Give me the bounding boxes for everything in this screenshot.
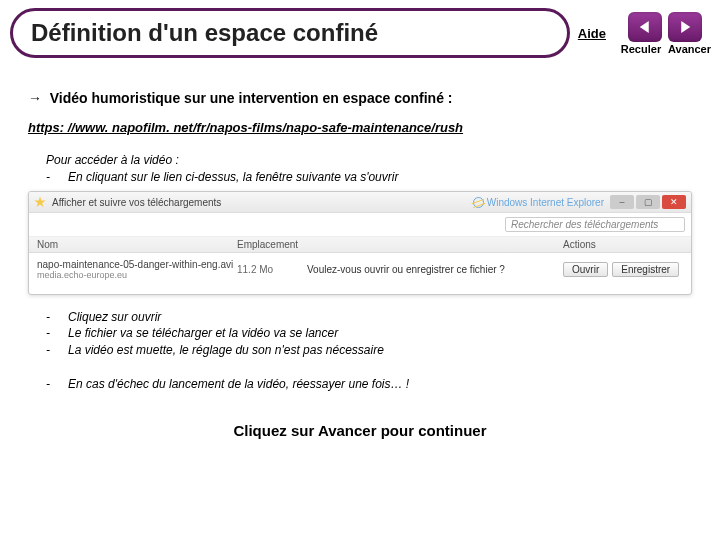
star-icon bbox=[34, 196, 46, 208]
subtitle: → Vidéo humoristique sur une interventio… bbox=[28, 90, 692, 106]
list-item: -En cliquant sur le lien ci-dessus, la f… bbox=[46, 169, 692, 185]
browser-label: Windows Internet Explorer bbox=[473, 197, 604, 208]
back-label: Reculer bbox=[620, 43, 662, 55]
list-item: -Le fichier va se télécharger et la vidé… bbox=[46, 325, 692, 341]
video-link[interactable]: https: //www. napofilm. net/fr/napos-fil… bbox=[28, 120, 692, 135]
dialog-title: Afficher et suivre vos téléchargements bbox=[52, 197, 467, 208]
maximize-button[interactable]: ▢ bbox=[636, 195, 660, 209]
list-item: -Cliquez sur ouvrir bbox=[46, 309, 692, 325]
nav-controls: Reculer Avancer bbox=[620, 12, 710, 55]
download-row: napo-maintenance-05-danger-within-eng.av… bbox=[29, 253, 691, 294]
download-question: Voulez-vous ouvrir ou enregistrer ce fic… bbox=[307, 264, 563, 275]
triangle-left-icon bbox=[636, 18, 654, 36]
ie-icon bbox=[473, 197, 484, 208]
forward-button[interactable] bbox=[668, 12, 702, 42]
col-location: Emplacement bbox=[237, 239, 307, 250]
forward-label: Avancer bbox=[668, 43, 710, 55]
file-size: 11.2 Mo bbox=[237, 264, 307, 275]
page-title: Définition d'un espace confiné bbox=[10, 8, 570, 58]
back-button[interactable] bbox=[628, 12, 662, 42]
filename: napo-maintenance-05-danger-within-eng.av… bbox=[37, 259, 237, 270]
col-name: Nom bbox=[37, 239, 237, 250]
search-input[interactable]: Rechercher des téléchargements bbox=[505, 217, 685, 232]
list-item: -La vidéo est muette, le réglage du son … bbox=[46, 342, 692, 358]
save-button[interactable]: Enregistrer bbox=[612, 262, 679, 277]
triangle-right-icon bbox=[676, 18, 694, 36]
intro-text: Pour accéder à la vidéo : bbox=[46, 153, 692, 167]
help-link[interactable]: Aide bbox=[578, 26, 606, 41]
col-actions: Actions bbox=[563, 239, 683, 250]
open-button[interactable]: Ouvrir bbox=[563, 262, 608, 277]
list-item: -En cas d'échec du lancement de la vidéo… bbox=[46, 376, 692, 392]
minimize-button[interactable]: – bbox=[610, 195, 634, 209]
footer-instruction: Cliquez sur Avancer pour continuer bbox=[28, 422, 692, 439]
file-host: media.echo-europe.eu bbox=[37, 270, 237, 280]
close-button[interactable]: ✕ bbox=[662, 195, 686, 209]
download-dialog: Afficher et suivre vos téléchargements W… bbox=[28, 191, 692, 295]
